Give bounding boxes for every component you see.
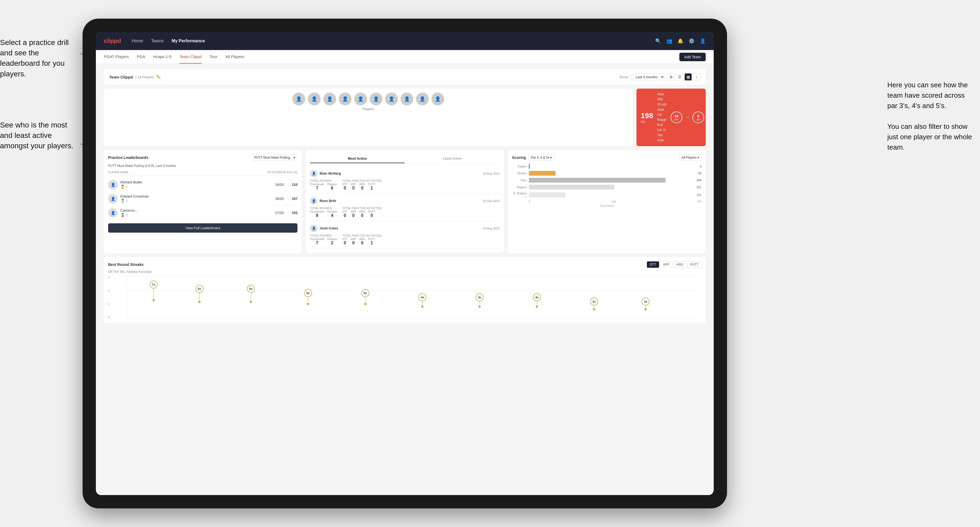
sort-icon[interactable]: ↕ bbox=[693, 73, 700, 81]
bubble-4x-3: 4x bbox=[533, 293, 541, 308]
add-team-button[interactable]: Add Team bbox=[679, 53, 706, 61]
total-rounds-group-3: Total Rounds Tournament 7 Practice 2 bbox=[310, 234, 337, 245]
subnav-all-players[interactable]: All Players bbox=[225, 50, 244, 63]
activity-avatar-2: 👤 bbox=[310, 197, 317, 205]
scoring-title: Scoring bbox=[512, 156, 526, 160]
settings-icon[interactable]: ⚙️ bbox=[689, 38, 695, 44]
shot-circle-2: 0 yds bbox=[692, 111, 704, 123]
subnav-hcaps[interactable]: Hcaps 1-5 bbox=[153, 50, 171, 63]
activity-date-2: 02 Sep 2023 bbox=[483, 199, 499, 203]
chart-row-birdies: Birdies 96 bbox=[512, 171, 702, 176]
subnav-pga[interactable]: PGA bbox=[137, 50, 145, 63]
player-avatar-8[interactable]: 👤 bbox=[401, 93, 413, 105]
shot-info-card: 198 SQ Shot Dist: 16 yds Start Lie: Roug… bbox=[636, 89, 706, 146]
streak-y-axis: 6 4 2 0 bbox=[108, 276, 111, 319]
x-label-200: 200 bbox=[611, 200, 616, 203]
eagles-bar bbox=[529, 164, 530, 169]
player-avatar-4[interactable]: 👤 bbox=[339, 93, 352, 105]
leaderboard-row-2: 👤 Edward Crossman 🥈 2 18/20 107 bbox=[108, 192, 298, 206]
scoring-header: Scoring Par 3, 4 & 5s ▾ All Players ▾ bbox=[512, 154, 702, 161]
dbogeys-value: 131 bbox=[697, 193, 702, 197]
player-avatar-3[interactable]: 👤 bbox=[323, 93, 336, 105]
birdies-bar bbox=[529, 171, 555, 176]
bubble-3x-1: 3x bbox=[590, 298, 598, 310]
arg-filter-btn[interactable]: ARG bbox=[673, 261, 686, 268]
player-avatar-7[interactable]: 👤 bbox=[385, 93, 398, 105]
bell-icon[interactable]: 🔔 bbox=[678, 38, 683, 44]
scoring-player-filter[interactable]: All Players ▾ bbox=[679, 154, 702, 161]
card-view-icon[interactable]: ▦ bbox=[684, 73, 692, 81]
view-leaderboard-button[interactable]: View Full Leaderboard bbox=[108, 223, 298, 233]
player-avatar-10[interactable]: 👤 bbox=[431, 93, 444, 105]
practice-activities-group-2: Total Practice Activities OTT 0 APP 0 bbox=[342, 207, 382, 218]
streaks-header: Best Round Streaks OTT APP ARG PUTT bbox=[108, 261, 702, 268]
total-shots-label: Total Shots bbox=[512, 204, 702, 207]
team-controls: Show: Last 3 months Last 6 months Last y… bbox=[619, 73, 700, 81]
bubble-4x-2: 4x bbox=[476, 293, 484, 308]
subnav-pgat[interactable]: PGAT Players bbox=[104, 50, 129, 63]
annotation-right: Here you can see how the team have score… bbox=[887, 80, 972, 152]
pars-bar bbox=[529, 178, 665, 183]
bogeys-bar bbox=[529, 185, 614, 189]
players-panel: 👤 👤 👤 👤 👤 👤 👤 👤 👤 👤 Players bbox=[104, 89, 632, 146]
people-icon[interactable]: 👥 bbox=[666, 38, 672, 44]
player-badge-1: 🥇 1 bbox=[120, 185, 272, 189]
streaks-panel: Best Round Streaks OTT APP ARG PUTT Off … bbox=[104, 257, 706, 323]
list-view-icon[interactable]: ☰ bbox=[676, 73, 683, 81]
activity-avatar-3: 👤 bbox=[310, 225, 317, 232]
bogeys-label: Bogeys bbox=[512, 186, 527, 189]
eagles-label: Eagles bbox=[512, 165, 527, 168]
leaderboard-title: Practice Leaderboards bbox=[108, 156, 148, 160]
edit-icon[interactable]: ✏️ bbox=[156, 75, 161, 79]
least-active-tab[interactable]: Least Active bbox=[405, 154, 500, 163]
activity-player-1: 👤 Blair McHarg 26 Aug 2023 Total Rounds … bbox=[310, 167, 499, 194]
player-avg-2: 107 bbox=[290, 197, 298, 201]
player-avatar-9[interactable]: 👤 bbox=[416, 93, 429, 105]
show-period-select[interactable]: Last 3 months Last 6 months Last year bbox=[632, 73, 665, 81]
x-label-0: 0 bbox=[529, 200, 530, 203]
tablet-device: clippd Home Teams My Performance 🔍 👥 🔔 ⚙… bbox=[83, 19, 727, 508]
main-content: Team Clippd | 14 Players ✏️ Show: Last 3… bbox=[96, 64, 714, 495]
nav-my-performance[interactable]: My Performance bbox=[172, 39, 205, 43]
drill-select-dropdown[interactable]: PUTT Must Make Putting... ▾ bbox=[252, 154, 298, 161]
chart-row-eagles: Eagles 3 bbox=[512, 164, 702, 169]
activity-player-2: 👤 Rees Britt 02 Sep 2023 Total Rounds To… bbox=[310, 194, 499, 221]
nav-home[interactable]: Home bbox=[132, 39, 143, 43]
grid-view-icon[interactable]: ⊞ bbox=[667, 73, 675, 81]
player-avatar-1[interactable]: 👤 bbox=[293, 93, 305, 105]
bubble-6x-2: 6x bbox=[247, 285, 255, 303]
drill-subtitle: PUTT Must Make Putting (3-6 ft), Last 3 … bbox=[108, 164, 298, 168]
nav-logo: clippd bbox=[104, 38, 121, 44]
player-avatar-2[interactable]: 👤 bbox=[308, 93, 321, 105]
search-icon[interactable]: 🔍 bbox=[655, 38, 661, 44]
scoring-par-filter[interactable]: Par 3, 4 & 5s ▾ bbox=[529, 154, 554, 161]
dbogeys-bar-container bbox=[529, 192, 694, 197]
putt-filter-btn[interactable]: PUTT bbox=[687, 261, 702, 268]
activity-player-header-3: 👤 Josh Coles 26 Aug 2023 bbox=[310, 225, 499, 232]
total-rounds-group-1: Total Rounds Tournament 7 Practice 6 bbox=[310, 179, 337, 190]
scoring-panel: Scoring Par 3, 4 & 5s ▾ All Players ▾ Ea… bbox=[508, 150, 706, 253]
subnav-team-clippd[interactable]: Team Clippd bbox=[180, 50, 202, 63]
player-avatar-6[interactable]: 👤 bbox=[370, 93, 382, 105]
birdies-bar-container bbox=[529, 171, 695, 176]
birdies-value: 96 bbox=[698, 171, 702, 175]
leaderboard-avatar-2: 👤 bbox=[108, 194, 118, 204]
app-filter-btn[interactable]: APP bbox=[660, 261, 673, 268]
player-info-1: Richard Butler 🥇 1 bbox=[120, 180, 272, 189]
user-avatar[interactable]: 👤 bbox=[700, 38, 706, 44]
x-label-400: 400 bbox=[697, 200, 702, 203]
leaderboard-header-row: Practice Leaderboards PUTT Must Make Put… bbox=[108, 154, 298, 161]
top-row: 👤 👤 👤 👤 👤 👤 👤 👤 👤 👤 Players bbox=[104, 89, 706, 146]
annotation-top-left: Select a practice drill and see the lead… bbox=[0, 37, 80, 79]
subnav-tour[interactable]: Tour bbox=[210, 50, 217, 63]
leaderboard-row-1: 👤 Richard Butler 🥇 1 19/20 110 bbox=[108, 178, 298, 192]
most-active-tab[interactable]: Most Active bbox=[310, 154, 405, 163]
activity-name-2: Rees Britt bbox=[320, 199, 481, 203]
leaderboard-col-headers: PLAYER NAME PB SCORE PB AVG SQ bbox=[108, 171, 298, 176]
players-grid: 👤 👤 👤 👤 👤 👤 👤 👤 👤 👤 bbox=[293, 93, 444, 105]
activity-stats-3: Total Rounds Tournament 7 Practice 2 bbox=[310, 234, 499, 245]
nav-teams[interactable]: Teams bbox=[151, 39, 164, 43]
ott-filter-btn[interactable]: OTT bbox=[647, 261, 659, 268]
player-avatar-5[interactable]: 👤 bbox=[354, 93, 367, 105]
shot-sq-label: SQ bbox=[641, 120, 653, 123]
